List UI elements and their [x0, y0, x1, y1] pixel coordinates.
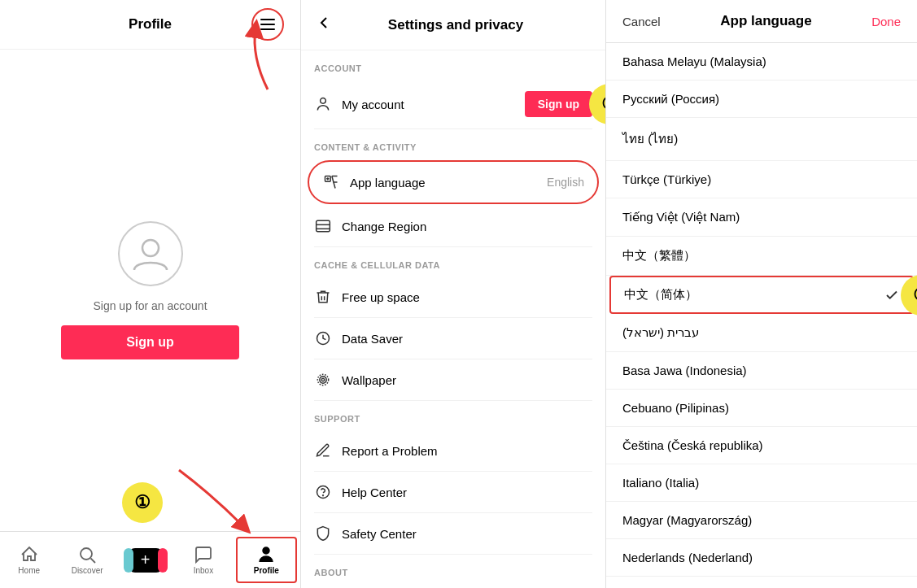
language-header: Cancel App language Done [606, 0, 917, 43]
svg-point-4 [321, 98, 326, 104]
lang-item-thai[interactable]: ไทย (ไทย) [606, 118, 917, 161]
svg-point-1 [81, 548, 92, 560]
lang-item-malay[interactable]: Bahasa Melayu (Malaysia) [606, 43, 917, 81]
settings-my-account[interactable]: My account Sign up ② [301, 80, 605, 128]
wallpaper-icon [314, 371, 332, 389]
svg-point-14 [323, 495, 324, 496]
inbox-icon [194, 545, 213, 564]
datasaver-icon [314, 329, 332, 347]
translate-icon [322, 173, 340, 191]
settings-app-language[interactable]: App language English [308, 160, 599, 204]
lang-item-zh-simp[interactable]: 中文（简体） [609, 276, 914, 314]
sign-up-button[interactable]: Sign up [61, 325, 239, 359]
hamburger-line [260, 24, 275, 25]
hamburger-line [260, 19, 275, 20]
safety-center-label: Safety Center [342, 527, 592, 541]
lang-item-cebuano[interactable]: Cebuano (Pilipinas) [606, 390, 917, 427]
profile-panel: Profile Sign up for an account Sign up ① [0, 0, 301, 588]
avatar [118, 221, 183, 286]
change-region-label: Change Region [342, 220, 592, 233]
settings-title: Settings and privacy [343, 17, 568, 33]
app-language-label: App language [350, 176, 537, 189]
section-cache: CACHE & CELLULAR DATA [301, 247, 605, 277]
cancel-button[interactable]: Cancel [622, 15, 661, 28]
lang-selected-row: 中文（简体） ③ [606, 276, 917, 314]
nav-inbox[interactable]: Inbox [174, 538, 232, 581]
settings-report[interactable]: Report a Problem [301, 430, 605, 471]
my-account-label: My account [342, 98, 515, 111]
nav-add[interactable]: + [116, 542, 174, 579]
profile-content: Sign up for an account Sign up [0, 50, 300, 531]
nav-profile[interactable]: Profile [236, 537, 297, 583]
section-support: SUPPORT [301, 401, 605, 430]
lang-item-hungarian[interactable]: Magyar (Magyarország) [606, 502, 917, 539]
add-plus-icon: + [141, 551, 151, 569]
settings-header: Settings and privacy [301, 0, 605, 50]
nav-profile-label: Profile [254, 566, 279, 575]
help-center-label: Help Center [342, 486, 592, 499]
section-account: ACCOUNT [301, 50, 605, 80]
settings-data-saver[interactable]: Data Saver [301, 318, 605, 359]
sign-up-text: Sign up for an account [93, 299, 207, 312]
profile-header: Profile [0, 0, 300, 50]
wallpaper-label: Wallpaper [342, 373, 592, 387]
lang-item-turkish[interactable]: Türkçe (Türkiye) [606, 161, 917, 198]
svg-point-10 [321, 378, 324, 381]
svg-point-0 [142, 240, 159, 256]
settings-free-space[interactable]: Free up space [301, 277, 605, 317]
settings-safety[interactable]: Safety Center [301, 513, 605, 554]
discover-icon [77, 545, 97, 564]
lang-item-dutch[interactable]: Nederlands (Nederland) [606, 539, 917, 577]
report-label: Report a Problem [342, 444, 592, 458]
section-content: CONTENT & ACTIVITY [301, 129, 605, 159]
free-space-label: Free up space [342, 290, 592, 304]
nav-discover-label: Discover [72, 566, 103, 575]
lang-item-czech[interactable]: Čeština (Česká republika) [606, 427, 917, 464]
done-button[interactable]: Done [871, 15, 901, 28]
profile-title: Profile [129, 16, 172, 33]
trash-icon [314, 288, 332, 306]
svg-point-11 [320, 377, 326, 383]
annotation-badge-2: ② [589, 84, 606, 124]
lang-item-javanese[interactable]: Basa Jawa (Indonesia) [606, 352, 917, 390]
settings-help[interactable]: Help Center [301, 472, 605, 512]
language-title: App language [720, 13, 811, 29]
app-language-value: English [547, 176, 584, 189]
back-icon [314, 13, 334, 33]
bottom-nav: Home Discover + Inbox Profile [0, 531, 300, 588]
hamburger-button[interactable] [251, 8, 284, 41]
settings-wallpaper[interactable]: Wallpaper [301, 359, 605, 400]
data-saver-label: Data Saver [342, 332, 592, 346]
add-button[interactable]: + [129, 548, 163, 573]
report-icon [314, 442, 332, 460]
back-button[interactable] [314, 13, 334, 37]
language-panel: Cancel App language Done Bahasa Melayu (… [606, 0, 917, 588]
lang-item-vietnamese[interactable]: Tiếng Việt (Việt Nam) [606, 198, 917, 237]
hamburger-line [260, 28, 275, 30]
lang-item-hebrew[interactable]: עברית (ישראל) [606, 314, 917, 352]
nav-inbox-label: Inbox [194, 566, 213, 575]
lang-item-russian[interactable]: Русский (Россия) [606, 81, 917, 118]
profile-icon [256, 545, 276, 564]
checkmark-icon [884, 288, 899, 303]
settings-panel: Settings and privacy ACCOUNT My account … [301, 0, 606, 588]
svg-point-3 [263, 547, 269, 554]
home-icon [20, 545, 39, 564]
section-about: ABOUT [301, 555, 605, 584]
safety-icon [314, 525, 332, 542]
nav-home[interactable]: Home [0, 538, 58, 581]
lang-item-zh-trad[interactable]: 中文（繁體） [606, 237, 917, 276]
region-icon [314, 217, 332, 235]
svg-line-2 [91, 559, 96, 564]
account-signup-button[interactable]: Sign up [525, 91, 592, 117]
help-icon [314, 483, 332, 501]
nav-discover[interactable]: Discover [58, 538, 116, 581]
annotation-badge-1: ① [122, 482, 163, 523]
lang-item-italian[interactable]: Italiano (Italia) [606, 464, 917, 502]
settings-change-region[interactable]: Change Region [301, 206, 605, 246]
nav-home-label: Home [18, 566, 40, 575]
svg-rect-6 [317, 220, 330, 231]
person-icon [314, 95, 332, 113]
